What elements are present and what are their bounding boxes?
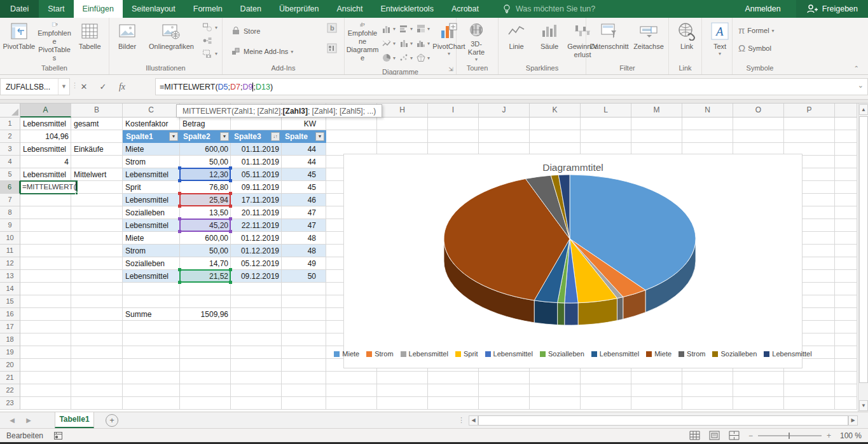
tell-me-box[interactable]: Was möchten Sie tun? (502, 0, 595, 18)
cell-D9[interactable]: 45,20 (180, 219, 231, 232)
cell-C13[interactable]: Lebensmittel (123, 270, 180, 283)
zoom-in-icon[interactable]: + (827, 431, 831, 440)
column-header-B[interactable]: B (71, 104, 123, 118)
symbol-button[interactable]: Ω Symbol (736, 41, 773, 56)
scroll-up-icon[interactable]: ▲ (859, 104, 868, 115)
row-header-16[interactable]: 16 (0, 308, 20, 321)
insert-radar-chart-button[interactable]: ▾ (415, 51, 431, 65)
cell-F5[interactable]: 45 (282, 168, 326, 181)
ribbon-tab-acrobat[interactable]: Acrobat (443, 0, 488, 18)
cell-F10[interactable]: 48 (282, 232, 326, 245)
formula-input[interactable]: =MITTELWERT(D5;D7;D9;D13)⌄ (155, 78, 868, 95)
sheet-tab-tabelle1[interactable]: Tabelle1 (55, 412, 94, 428)
cell-A5[interactable]: Lebensmittel (20, 168, 71, 181)
store-button[interactable]: Store (229, 23, 262, 39)
cell-F7[interactable]: 46 (282, 194, 326, 206)
row-header-2[interactable]: 2 (0, 130, 20, 143)
sheet-nav-next-icon[interactable]: ▶ (20, 412, 37, 428)
horizontal-scroll-thumb[interactable] (478, 415, 848, 426)
ribbon-tab-daten[interactable]: Daten (231, 0, 270, 18)
row-header-15[interactable]: 15 (0, 295, 20, 308)
cell-C1[interactable]: Kostenfaktor (123, 118, 180, 130)
cell-F9[interactable]: 47 (282, 219, 326, 232)
sparkline-line-button[interactable]: Linie (500, 19, 533, 62)
fill-handle[interactable] (75, 192, 78, 195)
row-header-10[interactable]: 10 (0, 232, 20, 245)
legend-item-sprit[interactable]: Sprit (455, 350, 478, 358)
ribbon-tab-formeln[interactable]: Formeln (184, 0, 231, 18)
legend-item-lebensmittel[interactable]: Lebensmittel (764, 350, 811, 358)
cell-D6[interactable]: 76,80 (180, 181, 231, 194)
row-header-23[interactable]: 23 (0, 397, 20, 410)
sort-filter-icon[interactable]: ↓↑ (271, 132, 280, 141)
online-pictures-button[interactable]: Onlinegrafiken (144, 19, 199, 62)
legend-item-strom[interactable]: Strom (366, 350, 393, 358)
insert-waterfall-chart-button[interactable]: ▾ (380, 36, 397, 50)
link-button[interactable]: Link (670, 19, 703, 62)
cell-D13[interactable]: 21,52 (180, 270, 231, 283)
cell-E7[interactable]: 17.11.2019 (231, 194, 282, 206)
cell-C5[interactable]: Lebensmittel (123, 168, 180, 181)
people-graph-button[interactable] (325, 41, 339, 55)
row-header-22[interactable]: 22 (0, 384, 20, 397)
filter-dropdown-icon[interactable]: ▼ (220, 132, 229, 141)
insert-function-icon[interactable]: fx (113, 79, 131, 95)
row-header-21[interactable]: 21 (0, 372, 20, 384)
cell-C9[interactable]: Lebensmittel (123, 219, 180, 232)
row-header-18[interactable]: 18 (0, 333, 20, 346)
cell-E10[interactable]: 01.12.2019 (231, 232, 282, 245)
insert-histogram-chart-button[interactable]: ▾ (415, 36, 431, 50)
cell-B5[interactable]: Mittelwert (71, 168, 123, 181)
pivottable-button[interactable]: PivotTable (1, 19, 37, 62)
cell-A2[interactable]: 104,96 (20, 130, 71, 143)
column-header-J[interactable]: J (479, 104, 530, 118)
ribbon-tab-überprüfen[interactable]: Überprüfen (270, 0, 328, 18)
chart-legend[interactable]: MieteStromLebensmittelSpritLebensmittelS… (344, 350, 802, 358)
legend-item-miete[interactable]: Miete (646, 350, 672, 358)
vertical-scrollbar[interactable]: ▲ ▼ (858, 104, 868, 412)
legend-item-lebensmittel[interactable]: Lebensmittel (485, 350, 533, 358)
filter-dropdown-icon[interactable]: ▼ (315, 132, 324, 141)
cell-F3[interactable]: 44 (282, 143, 326, 156)
edit-cell-A6[interactable]: =MITTELWERT( (20, 180, 78, 194)
cell-E5[interactable]: 05.11.2019 (231, 168, 282, 181)
sign-in-button[interactable]: Anmelden (745, 4, 780, 13)
cell-D10[interactable]: 600,00 (180, 232, 231, 245)
cell-F1[interactable]: KW (282, 118, 326, 130)
table-button[interactable]: Tabelle (72, 19, 107, 62)
name-box-dropdown-icon[interactable]: ▼ (58, 79, 69, 95)
cell-D1[interactable]: Betrag (180, 118, 231, 130)
cell-D16[interactable]: 1509,96 (180, 308, 231, 321)
chart-object[interactable]: Diagrammtitel MieteStromLebensmittelSpri… (343, 154, 803, 368)
screenshot-button[interactable]: ▾ (200, 47, 219, 60)
smartart-button[interactable] (200, 34, 219, 48)
ribbon-tab-einfügen[interactable]: Einfügen (74, 0, 123, 18)
ribbon-tab-seitenlayout[interactable]: Seitenlayout (123, 0, 184, 18)
horizontal-scrollbar[interactable]: ◀ ▶ (469, 415, 858, 426)
legend-item-lebensmittel[interactable]: Lebensmittel (401, 350, 448, 358)
insert-pie-chart-button[interactable]: ▾ (380, 51, 397, 65)
table-header-spalte1[interactable]: Spalte1▼ (123, 130, 180, 143)
row-header-6[interactable]: 6 (0, 181, 20, 194)
bing-maps-button[interactable] (325, 21, 339, 35)
select-all-corner[interactable] (0, 104, 20, 118)
new-sheet-button[interactable]: + (106, 414, 118, 427)
table-header-spalte3[interactable]: Spalte3↓↑ (231, 130, 282, 143)
column-header-M[interactable]: M (631, 104, 682, 118)
sparkline-column-button[interactable]: Säule (533, 19, 566, 62)
shapes-button[interactable]: ▾ (200, 21, 219, 34)
cell-B3[interactable]: Einkäufe (71, 143, 123, 156)
cell-C6[interactable]: Sprit (123, 181, 180, 194)
page-layout-view-icon[interactable] (709, 431, 720, 440)
name-box[interactable]: ZUFALLSB... ▼ (0, 78, 70, 95)
page-break-view-icon[interactable] (729, 431, 740, 440)
cell-F4[interactable]: 44 (282, 156, 326, 168)
slicer-button[interactable]: Datenschnitt (588, 19, 631, 62)
cell-E9[interactable]: 22.11.2019 (231, 219, 282, 232)
collapse-ribbon-icon[interactable]: ⌃ (854, 65, 859, 72)
column-header-K[interactable]: K (530, 104, 581, 118)
cell-B1[interactable]: gesamt (71, 118, 123, 130)
zoom-slider[interactable]: − + (748, 431, 831, 440)
vertical-scroll-thumb[interactable] (859, 116, 868, 383)
dialog-launcher-icon[interactable]: ⇲ (447, 65, 455, 73)
